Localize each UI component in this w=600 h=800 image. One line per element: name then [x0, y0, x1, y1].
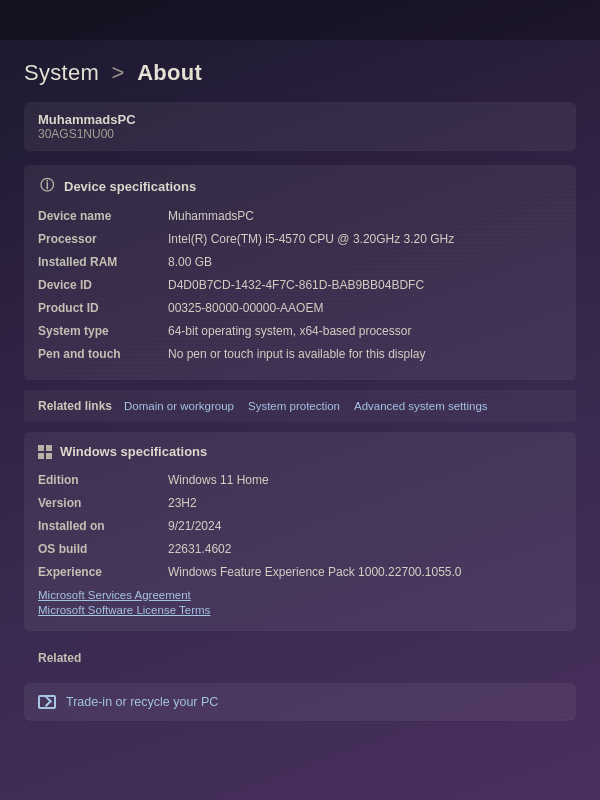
spec-value: Windows 11 Home	[168, 471, 562, 489]
spec-value: 22631.4602	[168, 540, 562, 558]
spec-value: Windows Feature Experience Pack 1000.227…	[168, 563, 562, 581]
spec-value: 64-bit operating system, x64-based proce…	[168, 322, 562, 340]
link-advanced-system-settings[interactable]: Advanced system settings	[354, 400, 488, 412]
windows-specs-title: Windows specifications	[60, 444, 207, 459]
spec-label: Pen and touch	[38, 345, 168, 363]
spec-label: OS build	[38, 540, 168, 558]
spec-label: Installed RAM	[38, 253, 168, 271]
device-specs-header: ⓘ Device specifications	[38, 177, 562, 195]
pc-model: 30AGS1NU00	[38, 127, 562, 141]
related-section-label: Related	[24, 641, 576, 675]
spec-label: Edition	[38, 471, 168, 489]
windows-specs-rows: EditionWindows 11 HomeVersion23H2Install…	[38, 471, 562, 581]
breadcrumb: System > About	[24, 60, 576, 86]
device-spec-row: Pen and touchNo pen or touch input is av…	[38, 345, 562, 363]
windows-spec-row: Installed on9/21/2024	[38, 517, 562, 535]
windows-spec-row: ExperienceWindows Feature Experience Pac…	[38, 563, 562, 581]
related-links-label: Related links	[38, 399, 112, 413]
device-spec-row: Product ID00325-80000-00000-AAOEM	[38, 299, 562, 317]
breadcrumb-parent: System	[24, 60, 99, 85]
trade-in-icon	[38, 695, 56, 709]
device-spec-row: System type64-bit operating system, x64-…	[38, 322, 562, 340]
spec-value: No pen or touch input is available for t…	[168, 345, 562, 363]
spec-label: System type	[38, 322, 168, 340]
info-icon: ⓘ	[38, 177, 56, 195]
spec-value: Intel(R) Core(TM) i5-4570 CPU @ 3.20GHz …	[168, 230, 562, 248]
pc-info-block: MuhammadsPC 30AGS1NU00	[24, 102, 576, 151]
windows-specs-card: Windows specifications EditionWindows 11…	[24, 432, 576, 631]
breadcrumb-separator: >	[112, 60, 125, 85]
related-links-bar: Related links Domain or workgroup System…	[24, 390, 576, 422]
ms-link[interactable]: Microsoft Services Agreement	[38, 589, 562, 601]
windows-spec-row: OS build22631.4602	[38, 540, 562, 558]
spec-label: Product ID	[38, 299, 168, 317]
breadcrumb-current: About	[137, 60, 202, 85]
spec-label: Device name	[38, 207, 168, 225]
spec-value: MuhammadsPC	[168, 207, 562, 225]
main-content: System > About MuhammadsPC 30AGS1NU00 ⓘ …	[0, 40, 600, 731]
device-specs-card: ⓘ Device specifications Device nameMuham…	[24, 165, 576, 380]
link-system-protection[interactable]: System protection	[248, 400, 340, 412]
windows-icon	[38, 445, 52, 459]
spec-label: Experience	[38, 563, 168, 581]
spec-label: Device ID	[38, 276, 168, 294]
device-spec-row: Device IDD4D0B7CD-1432-4F7C-861D-BAB9BB0…	[38, 276, 562, 294]
top-bar	[0, 0, 600, 40]
windows-spec-row: Version23H2	[38, 494, 562, 512]
spec-value: 8.00 GB	[168, 253, 562, 271]
spec-value: 9/21/2024	[168, 517, 562, 535]
spec-label: Processor	[38, 230, 168, 248]
ms-link[interactable]: Microsoft Software License Terms	[38, 604, 562, 616]
spec-label: Installed on	[38, 517, 168, 535]
spec-value: 00325-80000-00000-AAOEM	[168, 299, 562, 317]
device-spec-row: Device nameMuhammadsPC	[38, 207, 562, 225]
trade-in-row[interactable]: Trade-in or recycle your PC	[24, 683, 576, 721]
spec-value: 23H2	[168, 494, 562, 512]
pc-name: MuhammadsPC	[38, 112, 562, 127]
device-spec-row: ProcessorIntel(R) Core(TM) i5-4570 CPU @…	[38, 230, 562, 248]
trade-in-label: Trade-in or recycle your PC	[66, 695, 218, 709]
windows-spec-row: EditionWindows 11 Home	[38, 471, 562, 489]
device-spec-row: Installed RAM8.00 GB	[38, 253, 562, 271]
windows-links: Microsoft Services AgreementMicrosoft So…	[38, 589, 562, 616]
windows-specs-header: Windows specifications	[38, 444, 562, 459]
device-specs-rows: Device nameMuhammadsPCProcessorIntel(R) …	[38, 207, 562, 363]
link-domain-workgroup[interactable]: Domain or workgroup	[124, 400, 234, 412]
spec-value: D4D0B7CD-1432-4F7C-861D-BAB9BB04BDFC	[168, 276, 562, 294]
spec-label: Version	[38, 494, 168, 512]
device-specs-title: Device specifications	[64, 179, 196, 194]
